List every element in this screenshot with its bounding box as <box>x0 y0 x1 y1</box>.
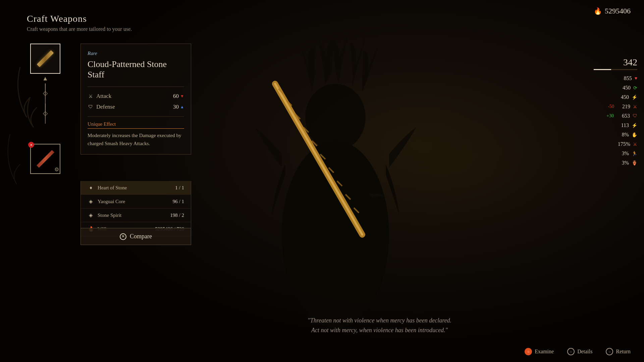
attack-icon: ⚔ <box>88 93 94 99</box>
stat-change-def: +30 <box>602 113 614 119</box>
stat-val-atk: 219 <box>617 104 630 110</box>
weapon-list: ▲ ✕ ⚙ <box>30 44 60 174</box>
examine-label: Examine <box>535 349 554 355</box>
rarity-label: Rare <box>88 51 184 56</box>
weapon-connector-2 <box>45 104 46 124</box>
bottom-quote: "Threaten not with violence when mercy h… <box>308 316 451 335</box>
divider-2 <box>88 116 184 117</box>
stamina-icon: ⟳ <box>633 85 637 91</box>
page-title: Craft Weapons <box>27 13 132 24</box>
weapon-slot-lower[interactable]: ✕ ⚙ <box>30 144 60 174</box>
stat-val-hp: 855 <box>619 75 632 81</box>
material-name-yaoguai: Yaoguai Core <box>98 199 125 204</box>
material-left-yaoguai: ◈ Yaoguai Core <box>88 198 125 205</box>
attack-value: 60 ▼ <box>173 93 184 100</box>
stone-spirit-icon: ◈ <box>88 212 94 219</box>
unique-effect-label: Unique Effect <box>88 121 184 129</box>
stat-line-def: +30 653 🛡 <box>594 113 637 119</box>
currency-display: 🔥 5295406 <box>594 7 631 15</box>
stat-line-atk: -50 219 ⚔ <box>594 104 637 110</box>
craft-marker-icon: ⚙ <box>54 166 59 173</box>
material-row-yaoguai: ◈ Yaoguai Core 96 / 1 <box>81 195 191 208</box>
stat-val-crit: 113 <box>615 122 629 128</box>
attack-down-icon: ▼ <box>180 94 184 99</box>
compare-label: Compare <box>130 233 152 240</box>
resist-icon: ✋ <box>632 132 637 138</box>
stats-panel: 342 855 ♥ 450 ⟳ 450 ⚡ -50 219 ⚔ +30 653 … <box>594 57 637 169</box>
title-area: Craft Weapons Craft weapons that are mor… <box>27 13 132 32</box>
attack-label: ⚔ Attack <box>88 93 111 100</box>
heart-stone-icon: ♦ <box>88 184 94 191</box>
return-label: Return <box>616 349 631 355</box>
details-label: Details <box>577 349 592 355</box>
examine-button[interactable]: ○ Examine <box>525 348 554 355</box>
defense-icon: 🛡 <box>88 104 94 110</box>
quote-line-1: "Threaten not with violence when mercy h… <box>308 316 451 325</box>
up-arrow-icon: ▲ <box>42 75 48 82</box>
material-count-stone: 198 / 2 <box>170 213 184 218</box>
compare-x-icon: ✕ <box>120 233 126 240</box>
stat-line-recovery: 3% 🏺 <box>594 160 637 166</box>
return-button[interactable]: ○ Return <box>606 348 631 355</box>
currency-amount: 5295406 <box>605 7 631 15</box>
level-bar-fill <box>594 69 611 70</box>
stat-line-resist: 8% ✋ <box>594 132 637 138</box>
details-circle-icon: ○ <box>567 348 575 355</box>
svg-point-2 <box>282 141 389 328</box>
stat-val-speed: 3% <box>615 150 629 157</box>
bonus-icon: ⚔ <box>633 141 637 147</box>
yaoguai-icon: ◈ <box>88 198 94 205</box>
stat-line-crit: 113 ⚡ <box>594 122 637 128</box>
examine-circle-icon: ○ <box>525 348 532 355</box>
speed-icon: 🏃 <box>632 151 637 157</box>
crit-icon: ⚡ <box>632 123 637 128</box>
weapon-connector <box>45 83 46 104</box>
material-name-stone: Stone Spirit <box>98 213 121 218</box>
stat-val-resist: 8% <box>615 132 629 138</box>
material-name-heart: Heart of Stone <box>98 185 127 191</box>
return-circle-icon: ○ <box>606 348 613 355</box>
sword-icon <box>36 150 54 168</box>
stat-val-recovery: 3% <box>615 160 629 166</box>
page-subtitle: Craft weapons that are more tailored to … <box>27 26 132 32</box>
material-left-stone: ◈ Stone Spirit <box>88 212 121 219</box>
weapon-name: Cloud-Patterned Stone Staff <box>88 59 184 80</box>
bottom-buttons: ○ Examine ○ Details ○ Return <box>525 348 631 355</box>
currency-icon: 🔥 <box>594 7 602 15</box>
compare-button[interactable]: ✕ Compare <box>80 228 191 245</box>
stat-line-speed: 3% 🏃 <box>594 150 637 157</box>
stat-val-mana: 450 <box>615 94 629 100</box>
defense-label: 🛡 Defense <box>88 104 115 110</box>
material-count-heart: 1 / 1 <box>175 185 184 191</box>
details-button[interactable]: ○ Details <box>567 348 592 355</box>
mana-icon: ⚡ <box>632 95 637 100</box>
weapon-slot-selected[interactable] <box>30 44 60 74</box>
weapon-panel: Rare Cloud-Patterned Stone Staff ⚔ Attac… <box>80 44 191 155</box>
level-bar <box>594 69 637 70</box>
stat-val-stamina: 450 <box>617 85 631 91</box>
stat-line-bonus: 175% ⚔ <box>594 141 637 147</box>
material-row-heart: ♦ Heart of Stone 1 / 1 <box>81 181 191 195</box>
defense-value: 30 ▲ <box>173 104 184 110</box>
stat-line-stamina: 450 ⟳ <box>594 85 637 91</box>
stat-change-atk: -50 <box>602 104 614 109</box>
material-left-heart: ♦ Heart of Stone <box>88 184 127 191</box>
x-marker-icon: ✕ <box>28 142 34 148</box>
unique-effect-text: Moderately increases the Damage executed… <box>88 131 184 147</box>
material-count-yaoguai: 96 / 1 <box>173 199 184 204</box>
material-row-stone: ◈ Stone Spirit 198 / 2 <box>81 208 191 222</box>
attack-stat-icon: ⚔ <box>633 104 637 110</box>
svg-point-3 <box>305 84 366 151</box>
stat-line-mana: 450 ⚡ <box>594 94 637 100</box>
stat-line-hp: 855 ♥ <box>594 75 637 81</box>
stat-val-def: 653 <box>616 113 630 119</box>
defense-stat-row: 🛡 Defense 30 ▲ <box>88 102 184 112</box>
level-number: 342 <box>594 57 637 68</box>
divider-1 <box>88 86 184 87</box>
attack-stat-row: ⚔ Attack 60 ▼ <box>88 91 184 102</box>
defense-up-icon: ▲ <box>180 105 184 110</box>
quote-line-2: Act not with mercy, when violence has be… <box>308 325 451 335</box>
defense-stat-icon: 🛡 <box>633 113 637 119</box>
heart-icon: ♥ <box>635 76 637 81</box>
staff-icon <box>37 50 54 67</box>
